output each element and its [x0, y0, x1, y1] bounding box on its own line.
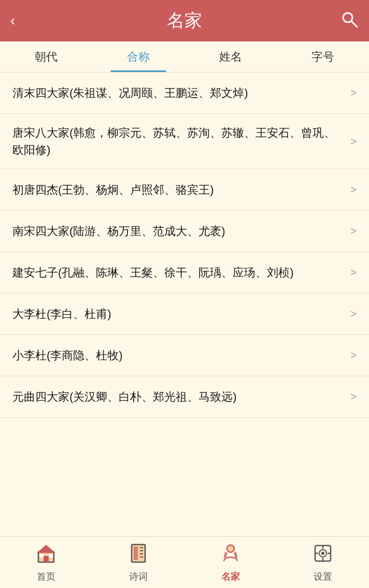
chevron-right-icon: >	[350, 225, 357, 237]
list-item[interactable]: 元曲四大家(关汉卿、白朴、郑光祖、马致远) >	[0, 376, 369, 418]
tab-name[interactable]: 姓名	[184, 41, 277, 72]
nav-item-poetry[interactable]: 诗词	[92, 542, 184, 583]
masters-list: 清末四大家(朱祖谋、况周颐、王鹏运、郑文焯) > 唐宋八大家(韩愈，柳宗元、苏轼…	[0, 72, 369, 536]
chevron-right-icon: >	[350, 308, 357, 320]
list-item[interactable]: 小李杜(李商隐、杜牧) >	[0, 335, 369, 376]
list-item[interactable]: 建安七子(孔融、陈琳、王粲、徐干、阮瑀、应玚、刘桢) >	[0, 252, 369, 293]
masters-label: 名家	[221, 570, 240, 583]
masters-icon	[220, 542, 242, 567]
chevron-right-icon: >	[350, 136, 357, 148]
chevron-right-icon: >	[350, 184, 357, 196]
home-icon	[35, 542, 57, 567]
svg-line-1	[351, 21, 357, 27]
header: ‹ 名家	[0, 0, 369, 41]
nav-item-home[interactable]: 首页	[0, 542, 92, 583]
search-icon[interactable]	[340, 10, 359, 32]
svg-marker-3	[37, 545, 55, 553]
settings-icon	[312, 542, 334, 567]
chevron-right-icon: >	[350, 87, 357, 99]
chevron-right-icon: >	[350, 391, 357, 403]
nav-item-settings[interactable]: 设置	[277, 542, 369, 583]
svg-point-13	[227, 545, 234, 552]
list-item[interactable]: 清末四大家(朱祖谋、况周颐、王鹏运、郑文焯) >	[0, 72, 369, 114]
tab-group[interactable]: 合称	[92, 41, 184, 72]
chevron-right-icon: >	[350, 267, 357, 278]
back-button[interactable]: ‹	[10, 12, 15, 29]
list-item[interactable]: 南宋四大家(陆游、杨万里、范成大、尤袤) >	[0, 211, 369, 252]
svg-rect-5	[39, 554, 44, 557]
poetry-icon	[127, 542, 149, 567]
nav-item-masters[interactable]: 名家	[184, 542, 277, 583]
list-item[interactable]: 大李杜(李白、杜甫) >	[0, 293, 369, 335]
settings-label: 设置	[314, 570, 332, 583]
bottom-navigation: 首页 诗词 名家	[0, 536, 369, 588]
tab-alias[interactable]: 字号	[277, 41, 369, 72]
svg-point-18	[321, 552, 324, 555]
tab-dynasty[interactable]: 朝代	[0, 41, 92, 72]
page-title: 名家	[167, 9, 202, 33]
chevron-right-icon: >	[350, 349, 357, 361]
home-label: 首页	[37, 570, 55, 583]
svg-rect-6	[49, 554, 53, 557]
svg-rect-7	[132, 545, 145, 562]
list-item[interactable]: 初唐四杰(王勃、杨炯、卢照邻、骆宾王) >	[0, 169, 369, 211]
svg-rect-4	[44, 556, 49, 562]
svg-rect-8	[134, 547, 138, 560]
list-item[interactable]: 唐宋八大家(韩愈，柳宗元、苏轼、苏洵、苏辙、王安石、曾巩、欧阳修) >	[0, 114, 369, 169]
poetry-label: 诗词	[129, 570, 148, 583]
tab-bar: 朝代 合称 姓名 字号	[0, 41, 369, 72]
